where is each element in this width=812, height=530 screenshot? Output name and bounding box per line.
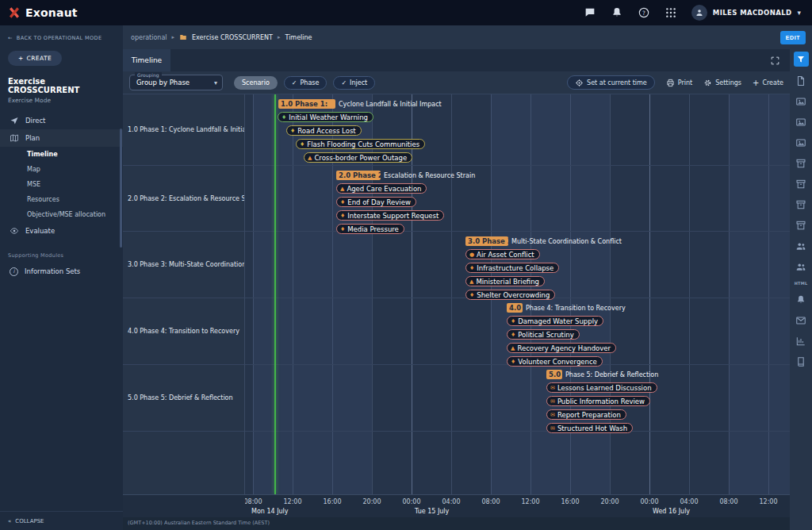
inject-chip[interactable]: ♦Political Scrutiny [507, 329, 580, 340]
inject-chip[interactable]: ▲Aged Care Evacuation [336, 183, 427, 194]
chart-icon[interactable] [795, 335, 807, 348]
inject-chip[interactable]: ✉Structured Hot Wash [546, 423, 633, 433]
breadcrumb-exercise[interactable]: Exercise CROSSCURRENT [192, 34, 273, 41]
timeline-group-label[interactable]: 5.0 Phase 5: Debrief & Reflection [123, 365, 244, 432]
envelope-icon: ✉ [550, 410, 555, 420]
exercise-title: Exercise CROSSCURRENT [0, 75, 123, 94]
inject-chip[interactable]: ▲Recovery Agency Handover [507, 343, 616, 353]
phase-bar-fill: 1.0 Phase 1: [278, 99, 335, 109]
people-icon[interactable] [795, 240, 807, 252]
collapse-button[interactable]: « COLLAPSE [0, 511, 123, 530]
timeline-group-label[interactable]: 4.0 Phase 4: Transition to Recovery [123, 298, 244, 365]
inject-chip[interactable]: ♦End of Day Review [336, 197, 416, 207]
axis-tick-label: 00:00 [640, 498, 658, 505]
inject-chip[interactable]: ✉Public Information Review [546, 396, 650, 406]
archive-icon[interactable] [795, 219, 807, 232]
document-icon[interactable] [795, 75, 807, 87]
sidebar-item-evaluate[interactable]: Evaluate [0, 222, 123, 240]
create-button[interactable]: + CREATE [8, 51, 62, 66]
phase-bar[interactable]: 2.0 Phase 2:Escalation & Resource Strain [336, 171, 475, 180]
book-icon[interactable] [795, 355, 807, 368]
archive-icon[interactable] [795, 157, 807, 170]
set-current-time-button[interactable]: Set at current time [567, 75, 655, 90]
phase-bar-title: Cyclone Landfall & Initial Impact [339, 101, 442, 108]
timezone-label: (GMT+10:00) Australian Eastern Standard … [123, 517, 790, 526]
user-menu[interactable]: MILES MACDONALD ▾ [691, 5, 801, 21]
breadcrumb-separator-icon: ▸ [172, 34, 175, 40]
phase-bar[interactable]: 1.0 Phase 1:Cyclone Landfall & Initial I… [278, 99, 442, 109]
phase-bar[interactable]: 5.0Phase 5: Debrief & Reflection [546, 370, 658, 379]
notifications-bell-icon[interactable] [611, 6, 623, 19]
printer-icon [666, 79, 675, 87]
mail-icon[interactable] [795, 314, 807, 327]
back-to-operational-mode-link[interactable]: ← BACK TO OPERATIONAL MODE [0, 25, 123, 43]
exonaut-logo-icon [8, 6, 21, 19]
inject-chip[interactable]: ♦Flash Flooding Cuts Communities [296, 139, 425, 149]
fullscreen-icon[interactable] [770, 56, 780, 66]
sidebar-item-timeline[interactable]: Timeline [0, 147, 123, 162]
inject-chip[interactable]: ♦Interstate Support Request [336, 210, 444, 221]
chat-icon[interactable] [584, 6, 596, 19]
image-panel-icon[interactable] [795, 95, 807, 108]
sidebar-item-objective-mse-allocation[interactable]: Objective/MSE allocation [0, 207, 123, 222]
timeline-group-label[interactable]: 1.0 Phase 1: Cyclone Landfall & Initia..… [123, 94, 244, 166]
phase-filter-chip[interactable]: ✓ Phase [284, 76, 327, 90]
grouping-select[interactable]: Grouping Group by Phase ▾ [129, 75, 223, 90]
inject-chip[interactable]: ▲Ministerial Briefing [465, 276, 545, 286]
axis-tick-label: 08:00 [719, 498, 737, 505]
sidebar-item-mse[interactable]: MSE [0, 177, 123, 192]
phase-bar-fill: 5.0 [546, 370, 562, 379]
timeline-group-row: 2.0 Phase 2:Escalation & Resource Strain… [245, 166, 790, 232]
inject-chip[interactable]: ♦Damaged Water Supply [507, 316, 603, 326]
image-panel-icon[interactable] [795, 116, 807, 129]
sidebar-scrollbar[interactable] [120, 129, 122, 248]
edit-button[interactable]: EDIT [780, 31, 806, 44]
settings-button[interactable]: Settings [703, 79, 741, 87]
apps-grid-icon[interactable] [665, 6, 677, 19]
bell-icon[interactable] [795, 294, 807, 306]
sidebar-item-direct[interactable]: Direct [0, 112, 123, 129]
timeline-chart[interactable]: 1.0 Phase 1:Cyclone Landfall & Initial I… [245, 94, 790, 494]
direct-icon [10, 116, 19, 125]
inject-label: Aged Care Evacuation [347, 184, 421, 194]
html-tool-icon[interactable]: HTML [795, 281, 808, 286]
breadcrumb-separator-icon: ▸ [278, 34, 281, 40]
archive-icon[interactable] [795, 178, 807, 190]
archive-icon[interactable] [795, 198, 807, 211]
inject-chip[interactable]: ✉Lessons Learned Discussion [546, 382, 657, 393]
breadcrumb-operational[interactable]: operational [131, 34, 167, 41]
tab-timeline[interactable]: Timeline [123, 49, 170, 71]
phase-bar[interactable]: 3.0 Phase 3:Multi-State Coordination & C… [465, 236, 622, 246]
phase-bar-title: Phase 5: Debrief & Reflection [565, 371, 658, 378]
inject-filter-chip[interactable]: ✓ Inject [333, 76, 375, 90]
sidebar-item-resources[interactable]: Resources [0, 192, 123, 207]
people-icon[interactable] [795, 260, 807, 273]
image-panel-icon[interactable] [795, 136, 807, 149]
inject-chip[interactable]: ♦Road Access Lost [286, 125, 362, 136]
help-icon[interactable] [638, 6, 650, 19]
app-logo[interactable]: Exonaut [8, 6, 78, 19]
inject-chip[interactable]: ▲Cross-border Power Outage [304, 152, 412, 163]
create-timeline-item-button[interactable]: + Create [753, 79, 783, 87]
sidebar-item-plan[interactable]: Plan [0, 129, 123, 147]
info-icon: i [10, 267, 18, 276]
print-button[interactable]: Print [666, 79, 692, 87]
axis-tick-label: 12:00 [521, 498, 539, 505]
sidebar-item-information-sets[interactable]: i Information Sets [0, 263, 123, 280]
sidebar-item-map[interactable]: Map [0, 162, 123, 177]
inject-chip[interactable]: ✉Report Preparation [546, 409, 626, 420]
inject-chip[interactable]: ♦Initial Weather Warning [278, 112, 373, 122]
timeline-group-label[interactable]: 2.0 Phase 2: Escalation & Resource S... [123, 166, 244, 232]
select-caret-icon: ▾ [214, 79, 217, 86]
back-arrow-icon: ← [8, 35, 13, 41]
scenario-chip[interactable]: Scenario [234, 76, 278, 90]
filter-icon[interactable] [794, 52, 809, 67]
inject-label: Public Information Review [557, 397, 645, 406]
timeline-group-label[interactable]: 3.0 Phase 3: Multi-State Coordination... [123, 232, 244, 298]
inject-chip[interactable]: ♦Infrastructure Collapse [465, 263, 559, 273]
inject-label: Flash Flooding Cuts Communities [307, 140, 419, 149]
inject-chip[interactable]: ●Air Asset Conflict [465, 249, 540, 259]
current-time-line [274, 94, 276, 494]
axis-tick-label: 00:00 [402, 498, 420, 505]
phase-bar[interactable]: 4.0Phase 4: Transition to Recovery [507, 303, 626, 313]
